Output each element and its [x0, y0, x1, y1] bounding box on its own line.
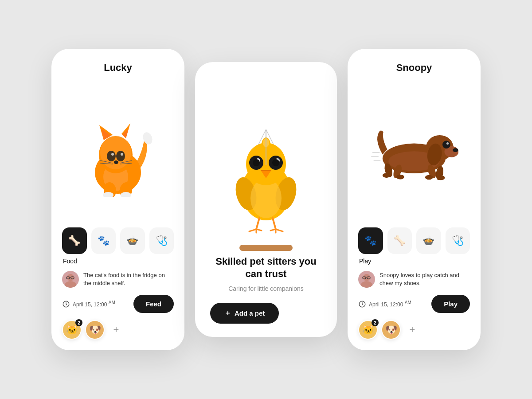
bird-section [206, 129, 326, 251]
play-button-right[interactable]: 🐾 [358, 227, 383, 254]
play-button-left[interactable]: 🐾 [91, 227, 116, 254]
pet-avatars-row-right: 🐱 2 🐶 + [358, 320, 470, 340]
onboarding-subtitle: Caring for little companions [210, 285, 322, 292]
svg-point-14 [116, 151, 125, 161]
onboarding-headline: Skilled pet sitters you can trust [210, 255, 322, 281]
perch-line [266, 129, 266, 165]
svg-line-47 [249, 229, 256, 231]
schedule-time-right: April 15, 12:00 AM [358, 300, 411, 308]
perch-bar [239, 245, 293, 251]
add-pet-label: Add a pet [235, 309, 265, 317]
schedule-date-right: April 15, 12:00 AM [369, 300, 411, 308]
phone-snoopy: Snoopy [348, 49, 481, 350]
note-row-left: The cat's food is in the fridge on the m… [62, 271, 174, 288]
food-button[interactable]: 🦴 [62, 227, 87, 254]
pet-name-lucky: Lucky [62, 62, 174, 74]
svg-line-52 [270, 229, 276, 231]
health-button-left[interactable]: 🩺 [149, 227, 174, 254]
svg-point-59 [446, 142, 449, 144]
dog-illustration [358, 77, 470, 227]
pet-name-snoopy: Snoopy [358, 62, 470, 74]
note-text-right: Snoopy loves to play catch and chew my s… [379, 271, 470, 287]
cat-illustration [62, 77, 174, 227]
note-text-left: The cat's food is in the fridge on the m… [83, 271, 174, 287]
svg-point-0 [141, 131, 154, 145]
add-pet-button-right[interactable]: + [404, 322, 420, 338]
owner-avatar-left [62, 271, 79, 288]
schedule-row-right: April 15, 12:00 AM Play [358, 295, 470, 313]
svg-point-66 [437, 175, 445, 180]
schedule-row-left: April 15, 12:00 AM Feed [62, 295, 174, 313]
add-pet-button-left[interactable]: + [108, 322, 124, 338]
svg-point-43 [272, 159, 279, 166]
pet-badge-right: 2 [372, 319, 379, 326]
svg-line-45 [256, 218, 259, 229]
svg-point-57 [453, 148, 458, 152]
schedule-date-left: April 15, 12:00 AM [73, 300, 115, 308]
pet-avatar-2-right[interactable]: 🐶 [381, 320, 401, 340]
action-buttons-left: 🦴 🐾 🍲 🩺 [62, 227, 174, 254]
svg-point-8 [100, 136, 131, 169]
svg-point-42 [253, 159, 260, 166]
pet-avatars-row-left: 🐱 2 🐶 + [62, 320, 174, 340]
svg-line-49 [256, 229, 262, 231]
svg-point-67 [396, 174, 404, 179]
svg-point-16 [121, 153, 123, 156]
add-icon: ＋ [224, 309, 231, 317]
bowl-button-right[interactable]: 🍲 [416, 227, 441, 254]
owner-avatar-right [358, 271, 375, 288]
action-label-right: Play [358, 258, 470, 265]
svg-point-15 [111, 153, 114, 156]
feed-action-button[interactable]: Feed [133, 295, 174, 313]
health-button-right[interactable]: 🩺 [446, 227, 470, 254]
svg-point-13 [107, 151, 116, 161]
svg-line-50 [276, 229, 283, 231]
play-action-button[interactable]: Play [431, 295, 470, 313]
phone-lucky: Lucky [51, 49, 184, 350]
svg-point-17 [114, 160, 118, 164]
phones-container: Lucky [34, 31, 498, 368]
action-buttons-right: 🐾 🦴 🍲 🩺 [358, 227, 470, 254]
food-button-right[interactable]: 🦴 [387, 227, 412, 254]
pet-avatar-2-left[interactable]: 🐶 [85, 320, 105, 340]
action-label-left: Food [62, 258, 174, 265]
svg-point-58 [442, 141, 450, 149]
svg-point-65 [425, 175, 433, 180]
pet-badge-left: 2 [75, 319, 82, 326]
note-row-right: Snoopy loves to play catch and chew my s… [358, 271, 470, 288]
add-pet-main-button[interactable]: ＋ Add a pet [210, 303, 279, 324]
schedule-time-left: April 15, 12:00 AM [62, 300, 115, 308]
bowl-button-left[interactable]: 🍲 [120, 227, 145, 254]
phone-onboarding: Skilled pet sitters you can trust Caring… [195, 62, 337, 337]
pet-avatar-1-right[interactable]: 🐱 2 [358, 320, 378, 340]
onboarding-content: Skilled pet sitters you can trust Caring… [206, 255, 326, 324]
pet-avatar-1-left[interactable]: 🐱 2 [62, 320, 82, 340]
svg-line-46 [273, 218, 276, 229]
svg-point-68 [383, 173, 391, 178]
